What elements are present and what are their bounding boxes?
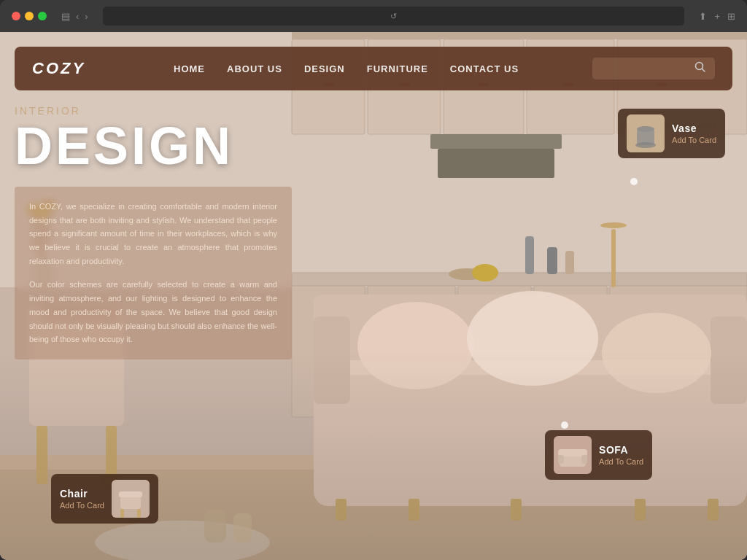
minimize-button[interactable] [25, 12, 34, 20]
svg-point-68 [635, 142, 656, 148]
description-paragraph-1: In COZY, we specialize in creating comfo… [29, 200, 277, 268]
browser-window: ▤ ‹ › ↺ ⬆ + ⊞ [0, 0, 747, 560]
nav-home[interactable]: HOME [174, 63, 205, 74]
chair-product-info: Chair Add To Card [60, 488, 104, 510]
window-controls [12, 12, 47, 20]
close-button[interactable] [12, 12, 20, 20]
chair-product-image [112, 480, 150, 518]
forward-icon[interactable]: › [85, 11, 88, 22]
subtitle-label: INTERIOR [15, 105, 292, 117]
description-paragraph-2: Our color schemes are carefully selected… [29, 278, 277, 346]
navbar: COZY HOME ABOUT US DESIGN FURNITURE CONT… [15, 47, 732, 90]
search-input[interactable] [601, 63, 689, 74]
browser-titlebar: ▤ ‹ › ↺ ⬆ + ⊞ [0, 0, 747, 32]
svg-rect-76 [119, 491, 142, 497]
back-icon[interactable]: ‹ [76, 11, 79, 22]
svg-rect-72 [558, 455, 564, 464]
vase-product-info: Vase Add To Card [672, 122, 716, 144]
navigation-controls: ▤ ‹ › [61, 11, 88, 22]
search-bar[interactable] [592, 58, 715, 79]
chair-add-to-cart[interactable]: Add To Card [60, 501, 104, 510]
browser-action-icons: ⬆ + ⊞ [699, 11, 735, 22]
vase-connector-dot [630, 178, 638, 185]
sofa-product-image [554, 436, 592, 474]
share-icon[interactable]: ⬆ [699, 11, 707, 22]
sofa-add-to-cart[interactable]: Add To Card [599, 457, 643, 466]
search-icon [694, 61, 706, 76]
vase-product-image [627, 114, 665, 152]
chair-product-card[interactable]: Chair Add To Card [51, 474, 158, 524]
new-tab-icon[interactable]: + [714, 11, 720, 22]
svg-line-64 [703, 69, 705, 72]
sofa-product-info: SOFA Add To Card [599, 444, 643, 466]
grid-icon[interactable]: ⊞ [727, 11, 735, 22]
hero-title: DESIGN [15, 120, 292, 172]
nav-design[interactable]: DESIGN [304, 63, 345, 74]
vase-add-to-cart[interactable]: Add To Card [672, 136, 716, 144]
address-bar[interactable]: ↺ [103, 7, 685, 26]
sidebar-toggle-icon[interactable]: ▤ [61, 11, 70, 22]
chair-product-name: Chair [60, 488, 104, 499]
brand-logo[interactable]: COZY [32, 59, 85, 78]
vase-product-card[interactable]: Vase Add To Card [618, 109, 725, 158]
vase-product-name: Vase [672, 122, 716, 134]
nav-about[interactable]: ABOUT US [227, 63, 282, 74]
nav-contact[interactable]: CONTACT US [450, 63, 519, 74]
nav-links: HOME ABOUT US DESIGN FURNITURE CONTACT U… [115, 63, 578, 74]
sofa-product-card[interactable]: SOFA Add To Card [545, 430, 652, 480]
sofa-connector-dot [561, 421, 568, 429]
maximize-button[interactable] [38, 12, 47, 20]
svg-rect-73 [581, 455, 587, 464]
description-box: In COZY, we specialize in creating comfo… [15, 187, 292, 359]
browser-content: COZY HOME ABOUT US DESIGN FURNITURE CONT… [0, 32, 747, 560]
svg-rect-78 [137, 509, 141, 518]
svg-rect-77 [120, 509, 124, 518]
nav-furniture[interactable]: FURNITURE [367, 63, 428, 74]
hero-content: INTERIOR DESIGN In COZY, we specialize i… [15, 105, 292, 359]
refresh-icon: ↺ [390, 12, 397, 21]
sofa-product-name: SOFA [599, 444, 643, 456]
